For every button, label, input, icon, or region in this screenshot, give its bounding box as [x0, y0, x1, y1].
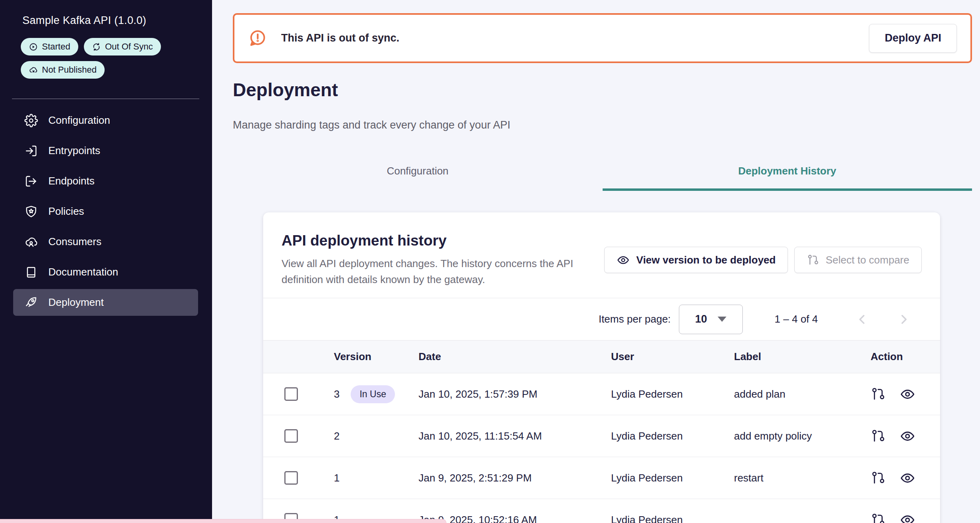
compare-version-icon[interactable] [871, 471, 885, 485]
pagination-range: 1 – 4 of 4 [775, 313, 818, 325]
table-row: 3In Use Jan 10, 2025, 1:57:39 PM Lydia P… [263, 373, 940, 415]
sidebar-item-documentation[interactable]: Documentation [13, 259, 198, 285]
view-version-icon[interactable] [900, 386, 915, 402]
date-value: Jan 9, 2025, 2:51:29 PM [408, 457, 600, 499]
main-content: This API is out of sync. Deploy API Depl… [212, 0, 980, 523]
row-checkbox[interactable] [284, 429, 298, 443]
view-version-icon[interactable] [900, 512, 915, 523]
shield-star-icon [24, 205, 38, 218]
api-status-badges: Started Out Of Sync Not Published [21, 38, 200, 79]
user-value: Lydia Pedersen [600, 457, 723, 499]
chevron-left-icon [855, 312, 870, 327]
view-version-icon[interactable] [900, 428, 915, 444]
previous-page-button[interactable] [855, 312, 870, 327]
arrow-out-of-box-icon [24, 174, 38, 188]
items-per-page-label: Items per page: [599, 313, 671, 325]
sidebar-nav: Configuration Entrypoints Endpoints Poli… [13, 107, 198, 316]
sidebar-item-label: Entrypoints [48, 145, 100, 157]
compare-version-icon[interactable] [871, 387, 885, 402]
sidebar-item-endpoints[interactable]: Endpoints [13, 168, 198, 194]
play-circle-icon [29, 42, 38, 52]
sidebar-item-label: Configuration [48, 114, 110, 127]
view-version-button[interactable]: View version to be deployed [604, 247, 788, 273]
page-size-select[interactable]: 10 [679, 305, 743, 334]
toast-snackbar [0, 519, 446, 523]
version-value: 2 [334, 430, 339, 442]
book-icon [24, 265, 38, 279]
pagination-bar: Items per page: 10 1 – 4 of 4 [263, 298, 940, 340]
select-to-compare-button[interactable]: Select to compare [794, 247, 922, 273]
compare-version-icon[interactable] [871, 513, 885, 523]
sidebar-item-policies[interactable]: Policies [13, 198, 198, 225]
version-value: 3 [334, 388, 339, 400]
table-row: 2 Jan 10, 2025, 11:15:54 AM Lydia Peders… [263, 415, 940, 457]
table-row: 1 Jan 9, 2025, 2:51:29 PM Lydia Pedersen… [263, 457, 940, 499]
label-value: added plan [723, 373, 860, 415]
card-description: View all API deployment changes. The his… [282, 256, 604, 287]
label-value: add empty policy [723, 415, 860, 457]
page-subtitle: Manage sharding tags and track every cha… [233, 118, 972, 132]
label-value [723, 499, 860, 523]
label-value: restart [723, 457, 860, 499]
sidebar-item-label: Consumers [48, 236, 101, 248]
tab-deployment-history[interactable]: Deployment History [603, 156, 972, 191]
next-page-button[interactable] [896, 312, 911, 327]
sidebar-item-label: Policies [48, 205, 84, 218]
out-of-sync-banner: This API is out of sync. Deploy API [233, 13, 972, 63]
in-use-badge: In Use [351, 385, 395, 403]
date-value: Jan 10, 2025, 11:15:54 AM [408, 415, 600, 457]
page-size-value: 10 [695, 313, 707, 325]
deployment-history-table: Version Date User Label Action 3In Use J… [263, 340, 940, 523]
sync-arrows-icon [92, 42, 101, 52]
select-all-column-header [263, 341, 323, 373]
tab-configuration[interactable]: Configuration [233, 156, 603, 191]
column-header-action: Action [860, 341, 940, 373]
sidebar-item-consumers[interactable]: Consumers [13, 228, 198, 255]
arrow-into-box-icon [24, 144, 38, 158]
api-title: Sample Kafka API (1.0.0) [22, 14, 196, 27]
row-checkbox[interactable] [284, 387, 298, 401]
sidebar-divider [12, 99, 199, 99]
sidebar-item-label: Deployment [48, 296, 104, 309]
chevron-right-icon [896, 312, 911, 327]
alert-bubble-icon [248, 29, 267, 48]
table-header-row: Version Date User Label Action [263, 341, 940, 373]
sidebar-item-entrypoints[interactable]: Entrypoints [13, 137, 198, 164]
card-actions: View version to be deployed Select to co… [604, 247, 922, 273]
status-badge-not-published: Not Published [21, 61, 105, 79]
sidebar-item-deployment[interactable]: Deployment [13, 289, 198, 316]
card-header-text: API deployment history View all API depl… [282, 232, 604, 287]
gear-icon [24, 114, 38, 127]
card-header: API deployment history View all API depl… [263, 212, 940, 298]
column-header-label: Label [723, 341, 860, 373]
status-badge-label: Not Published [42, 65, 97, 75]
view-version-icon[interactable] [900, 470, 915, 486]
eye-icon [617, 254, 630, 267]
status-badge-label: Out Of Sync [105, 42, 153, 52]
version-value: 1 [334, 472, 339, 484]
sidebar-item-label: Documentation [48, 266, 118, 278]
rocket-icon [24, 296, 38, 309]
column-header-user: User [600, 341, 723, 373]
date-value: Jan 10, 2025, 1:57:39 PM [408, 373, 600, 415]
tab-bar: Configuration Deployment History [233, 156, 972, 191]
deployment-history-card: API deployment history View all API depl… [263, 212, 940, 523]
status-badge-out-of-sync: Out Of Sync [84, 38, 161, 55]
status-badge-started: Started [21, 38, 78, 55]
user-value: Lydia Pedersen [600, 415, 723, 457]
sidebar-item-configuration[interactable]: Configuration [13, 107, 198, 134]
view-version-label: View version to be deployed [636, 254, 776, 266]
card-title: API deployment history [282, 232, 604, 249]
cloud-user-icon [24, 235, 38, 249]
banner-message: This API is out of sync. [281, 32, 399, 44]
row-checkbox[interactable] [284, 471, 298, 485]
chevron-down-icon [718, 317, 726, 322]
status-badge-label: Started [42, 42, 70, 52]
page-title: Deployment [233, 80, 972, 100]
compare-version-icon[interactable] [871, 429, 885, 444]
deploy-api-button[interactable]: Deploy API [869, 24, 957, 53]
cloud-x-icon [29, 65, 38, 75]
sidebar: Sample Kafka API (1.0.0) Started Out Of … [0, 0, 212, 523]
sidebar-item-label: Endpoints [48, 175, 95, 187]
user-value: Lydia Pedersen [600, 373, 723, 415]
